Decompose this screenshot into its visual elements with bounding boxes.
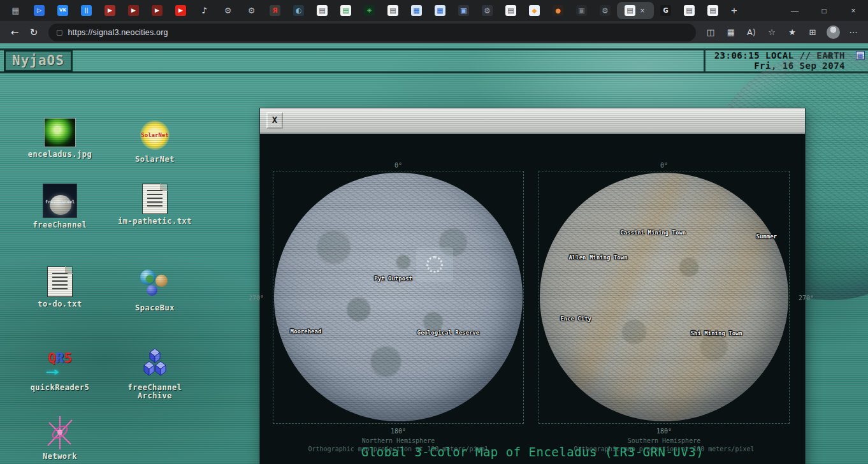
add-favorite-icon[interactable]: ☆ bbox=[762, 23, 781, 42]
tab-doc-2[interactable]: ▤ bbox=[381, 2, 405, 19]
tab-cat[interactable]: ● bbox=[546, 2, 570, 19]
tab-video-red-3[interactable]: ▶ bbox=[145, 2, 169, 19]
map-title: Global 3-Color Map of Enceladus (IR3-GRN… bbox=[260, 445, 805, 459]
tab-globe-favicon: ◐ bbox=[293, 5, 304, 16]
icon-solarnet[interactable]: SolarNetSolarNet bbox=[117, 118, 193, 164]
tab-settings-2[interactable]: ⚙ bbox=[240, 2, 263, 19]
planet-blue bbox=[140, 270, 156, 285]
tab-doc-5[interactable]: ▤ bbox=[701, 2, 725, 19]
icon-to-do-txt-label: to-do.txt bbox=[22, 300, 98, 308]
doc-icon bbox=[47, 266, 73, 297]
tab-strip: ▦▷VK||▶▶▶▶♪⚙⚙Я◐▤▤✳▤▦▦▣⚙▤◆●▣⚙▤×G▤▤+ — □ × bbox=[0, 0, 868, 21]
minimize-button[interactable]: — bbox=[780, 0, 809, 21]
close-button[interactable]: × bbox=[839, 0, 868, 21]
tab-video-blue[interactable]: ▷ bbox=[27, 2, 51, 19]
tab-vk-pause[interactable]: || bbox=[75, 2, 98, 19]
tab-audio[interactable]: ♪ bbox=[192, 2, 216, 19]
deg-bottom-label: 180° bbox=[273, 427, 523, 435]
map-label: Summer bbox=[756, 233, 777, 240]
sun-icon: SolarNet bbox=[138, 118, 172, 152]
more-icon[interactable]: ⋯ bbox=[844, 23, 863, 42]
refresh-button[interactable]: ↻ bbox=[24, 23, 43, 42]
icon-freechannel-archive[interactable]: freeChannel Archive bbox=[117, 346, 193, 400]
tab-sheet-1[interactable]: ▦ bbox=[405, 2, 428, 19]
map-label: Allen Mining Town bbox=[568, 254, 627, 261]
icon-enceladus-jpg-label: enceladus.jpg bbox=[22, 150, 98, 159]
icon-freechannel[interactable]: freechannelfreeChannel bbox=[22, 184, 98, 229]
tab-video-red-1-favicon: ▶ bbox=[105, 5, 115, 16]
tab-doc-3[interactable]: ▤ bbox=[499, 2, 523, 19]
tab-green-orb[interactable]: ✳ bbox=[358, 2, 381, 19]
sun-art-text: SolarNet bbox=[141, 132, 168, 138]
profile-avatar-circle bbox=[827, 25, 840, 39]
tab-doc-1[interactable]: ▤ bbox=[310, 2, 334, 19]
tab-doc-2-favicon: ▤ bbox=[387, 5, 398, 16]
address-bar[interactable]: ▢ https://signal3.neocities.org bbox=[48, 24, 696, 41]
tab-signal3[interactable]: ▤× bbox=[617, 2, 654, 19]
tab-doc-green[interactable]: ▤ bbox=[334, 2, 358, 19]
caption-line1: Southern Hemisphere bbox=[539, 437, 789, 445]
tab-audio-favicon: ♪ bbox=[199, 5, 210, 16]
browser-essentials-icon[interactable]: ▦ bbox=[721, 23, 741, 42]
tab-vk[interactable]: VK bbox=[51, 2, 75, 19]
tab-signal3-favicon: ▤ bbox=[625, 5, 635, 16]
viewer-titlebar[interactable]: X bbox=[260, 108, 805, 134]
image-icon bbox=[44, 118, 76, 147]
spinner-icon bbox=[426, 256, 443, 273]
tab-yandex[interactable]: Я bbox=[263, 2, 287, 19]
tab-map-favicon: ◆ bbox=[529, 5, 540, 16]
tab-workspaces[interactable]: ▦ bbox=[4, 2, 27, 19]
icon-enceladus-jpg[interactable]: enceladus.jpg bbox=[22, 118, 98, 159]
back-button[interactable]: ← bbox=[5, 23, 24, 42]
tab-settings-2-favicon: ⚙ bbox=[246, 5, 257, 16]
tab-close-icon[interactable]: × bbox=[639, 6, 646, 15]
tab-video-red-1[interactable]: ▶ bbox=[98, 2, 122, 19]
tab-map[interactable]: ◆ bbox=[523, 2, 546, 19]
tab-photo[interactable]: ▣ bbox=[570, 2, 593, 19]
tab-youtube-favicon: ▶ bbox=[175, 5, 186, 16]
deg-top-label: 0° bbox=[660, 162, 668, 169]
cubes-art bbox=[139, 347, 171, 379]
tab-doc-4[interactable]: ▤ bbox=[677, 2, 701, 19]
qr5-arrow: → bbox=[45, 366, 59, 377]
tab-vk-pause-favicon: || bbox=[81, 5, 92, 16]
new-tab-button[interactable]: + bbox=[725, 2, 744, 19]
deg-side-label: 270° bbox=[249, 294, 264, 301]
tab-globe[interactable]: ◐ bbox=[287, 2, 310, 19]
icon-quickreader5-label: quickReader5 bbox=[22, 384, 98, 392]
tab-sheet-2-favicon: ▦ bbox=[435, 5, 445, 16]
tab-settings-1[interactable]: ⚙ bbox=[216, 2, 240, 19]
profile-avatar[interactable] bbox=[823, 23, 843, 42]
icon-network-label: Network bbox=[22, 453, 98, 461]
tab-settings-4[interactable]: ⚙ bbox=[593, 2, 617, 19]
maximize-button[interactable]: □ bbox=[809, 0, 839, 21]
tab-frame[interactable]: ▣ bbox=[452, 2, 475, 19]
collections-icon[interactable]: ⊞ bbox=[803, 23, 822, 42]
tab-workspaces-favicon: ▦ bbox=[10, 5, 21, 16]
tab-video-red-3-favicon: ▶ bbox=[152, 5, 163, 16]
tab-g-favicon: G bbox=[660, 5, 671, 16]
loading-overlay bbox=[416, 247, 453, 282]
tab-g[interactable]: G bbox=[654, 2, 677, 19]
icon-spacebux[interactable]: SpaceBux bbox=[117, 266, 193, 312]
tab-video-red-2[interactable]: ▶ bbox=[122, 2, 145, 19]
icon-im-pathetic-txt[interactable]: im-pathetic.txt bbox=[117, 184, 193, 226]
tab-sheet-2[interactable]: ▦ bbox=[428, 2, 452, 19]
deg-side-label: 270° bbox=[799, 294, 814, 301]
tab-settings-3[interactable]: ⚙ bbox=[475, 2, 499, 19]
viewer-close-button[interactable]: X bbox=[266, 112, 283, 129]
tab-vk-favicon: VK bbox=[57, 5, 68, 16]
split-screen-icon[interactable]: ◫ bbox=[701, 23, 720, 42]
favorites-icon[interactable]: ★ bbox=[783, 23, 802, 42]
qr5-letters: QR5 bbox=[48, 352, 72, 365]
hemisphere-south: 0°270°Cassini Mining TownSummerAllen Min… bbox=[539, 171, 790, 424]
doc-icon bbox=[142, 184, 168, 214]
read-aloud-icon[interactable]: A⟩ bbox=[742, 23, 761, 42]
tab-youtube[interactable]: ▶ bbox=[169, 2, 192, 19]
icon-quickreader5[interactable]: QR5→quickReader5 bbox=[22, 346, 98, 392]
icon-network[interactable]: Network bbox=[22, 415, 98, 461]
viewer-body: 0°270°Pyt OutpostMooreheadGeological Res… bbox=[260, 134, 805, 464]
tab-photo-favicon: ▣ bbox=[576, 5, 587, 16]
icon-to-do-txt[interactable]: to-do.txt bbox=[22, 266, 98, 308]
satellite-icon bbox=[43, 415, 77, 449]
